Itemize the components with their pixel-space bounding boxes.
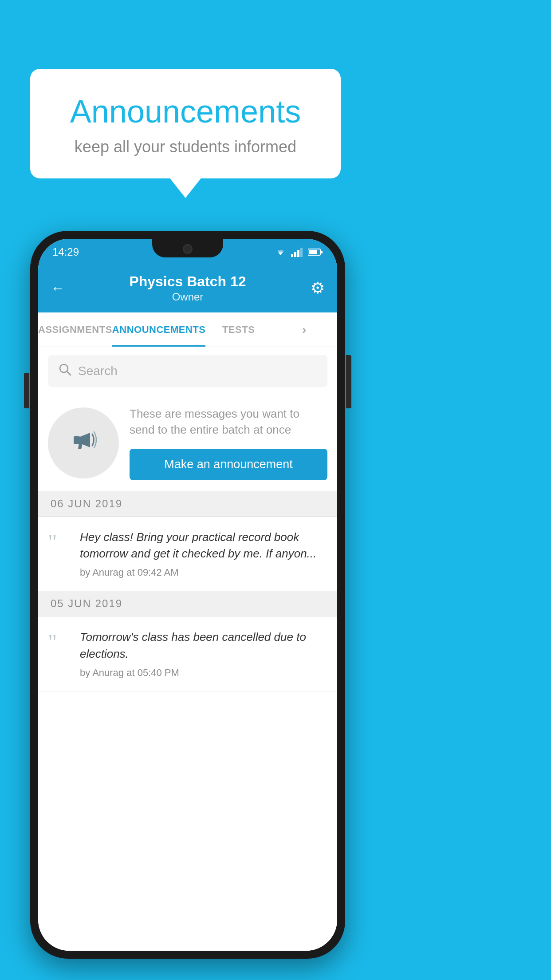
status-time: 14:29: [52, 246, 79, 258]
announcement-text-2: Tomorrow's class has been cancelled due …: [80, 629, 327, 662]
quote-icon-2: ": [48, 629, 70, 678]
announcement-content-1: Hey class! Bring your practical record b…: [80, 529, 327, 578]
megaphone-icon: [66, 422, 101, 464]
date-separator-june6: 06 JUN 2019: [38, 491, 337, 517]
battery-icon: [308, 248, 323, 256]
speech-bubble-container: Announcements keep all your students inf…: [30, 69, 341, 178]
svg-rect-0: [291, 254, 293, 257]
tab-announcements[interactable]: ANNOUNCEMENTS: [112, 312, 206, 347]
wifi-icon: [274, 247, 287, 257]
batch-role: Owner: [129, 291, 246, 303]
announcement-text-1: Hey class! Bring your practical record b…: [80, 529, 327, 562]
quote-icon-1: ": [48, 529, 70, 578]
tab-tests[interactable]: TESTS: [205, 312, 271, 347]
svg-rect-2: [297, 250, 299, 257]
bubble-title: Announcements: [57, 93, 314, 130]
bubble-subtitle: keep all your students informed: [57, 138, 314, 156]
svg-rect-3: [300, 248, 303, 257]
date-separator-june5: 05 JUN 2019: [38, 591, 337, 616]
search-icon: [59, 363, 72, 379]
signal-icon: [291, 247, 303, 257]
announcement-meta-2: by Anurag at 05:40 PM: [80, 667, 327, 679]
announcement-meta-1: by Anurag at 09:42 AM: [80, 567, 327, 578]
svg-rect-5: [309, 250, 317, 254]
status-icons: [274, 247, 323, 257]
announcement-icon-circle: [48, 407, 119, 478]
tab-more[interactable]: ›: [272, 312, 337, 347]
header-center: Physics Batch 12 Owner: [129, 273, 246, 303]
content-area: Search: [38, 347, 337, 951]
app-header: ← Physics Batch 12 Owner ⚙: [38, 264, 337, 312]
announcement-item-1[interactable]: " Hey class! Bring your practical record…: [38, 517, 337, 591]
svg-rect-6: [321, 251, 323, 253]
tab-bar: ASSIGNMENTS ANNOUNCEMENTS TESTS ›: [38, 312, 337, 347]
batch-title: Physics Batch 12: [129, 273, 246, 290]
search-placeholder-text: Search: [78, 364, 118, 378]
svg-rect-1: [294, 252, 296, 257]
svg-line-8: [67, 371, 71, 375]
back-button[interactable]: ←: [51, 280, 65, 296]
camera-icon: [183, 244, 193, 254]
settings-icon[interactable]: ⚙: [311, 279, 325, 297]
empty-state-description: These are messages you want to send to t…: [130, 406, 327, 438]
announcement-content-2: Tomorrow's class has been cancelled due …: [80, 629, 327, 678]
make-announcement-button[interactable]: Make an announcement: [130, 449, 327, 480]
search-bar[interactable]: Search: [48, 355, 327, 387]
empty-state: These are messages you want to send to t…: [38, 395, 337, 491]
tab-assignments[interactable]: ASSIGNMENTS: [38, 312, 112, 347]
phone-wrapper: 14:29: [30, 231, 345, 959]
speech-bubble: Announcements keep all your students inf…: [30, 69, 341, 178]
notch: [152, 239, 223, 257]
phone-screen: 14:29: [38, 239, 337, 951]
phone-outer: 14:29: [30, 231, 345, 959]
announcement-item-2[interactable]: " Tomorrow's class has been cancelled du…: [38, 616, 337, 691]
svg-rect-9: [74, 436, 80, 444]
empty-state-right: These are messages you want to send to t…: [130, 406, 327, 480]
